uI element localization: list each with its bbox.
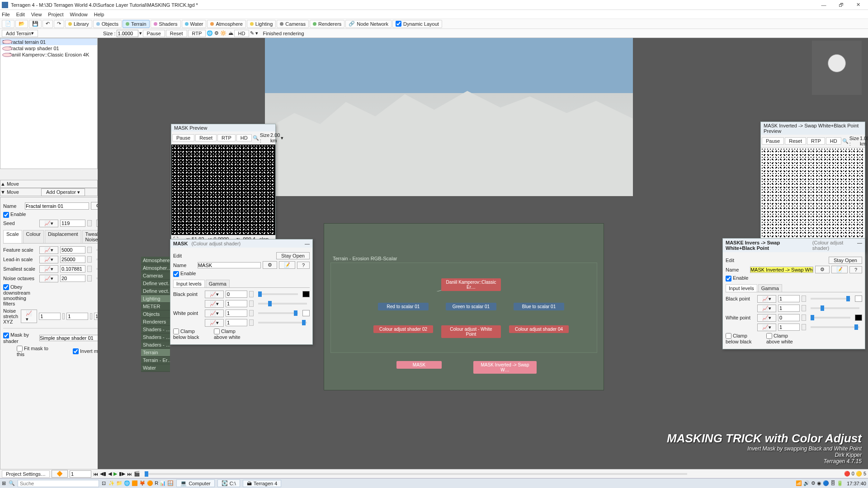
- rtp-button[interactable]: RTP: [188, 30, 206, 37]
- task-computer[interactable]: 💻Computer: [176, 479, 214, 487]
- goto-end-icon[interactable]: ⏭: [127, 471, 132, 477]
- tool-redo[interactable]: ↷: [54, 20, 64, 28]
- d1-enable[interactable]: [173, 271, 179, 277]
- tab-displacement[interactable]: Displacement: [45, 230, 81, 243]
- d2-enable[interactable]: [726, 276, 731, 282]
- menu-help[interactable]: Help: [94, 12, 104, 17]
- node-ca-white[interactable]: Colour adjust - White Point: [441, 325, 501, 338]
- shaders-button[interactable]: Shaders: [151, 20, 181, 28]
- play-icon[interactable]: ▶: [113, 471, 117, 477]
- task-cdrive[interactable]: 💽C:\: [217, 479, 240, 487]
- node-graph[interactable]: Terrain - Erosion RGB-Scalar Daniil Kamp…: [324, 223, 604, 390]
- goto-start-icon[interactable]: ⏮: [93, 471, 98, 477]
- render-anim-icon[interactable]: 🎬: [134, 471, 140, 477]
- mask-invert-dialog[interactable]: MASKE Invers -> Swap White+Black Point(C…: [722, 238, 865, 349]
- menu-file[interactable]: File: [2, 12, 10, 17]
- dynamic-layout-check[interactable]: Dynamic Layout: [392, 20, 442, 28]
- d1-tab-gamma[interactable]: Gamma: [206, 280, 230, 287]
- d1-name[interactable]: [198, 262, 261, 268]
- mask-dialog[interactable]: MASK(Colour adjust shader)— Edit Stay Op…: [170, 239, 313, 345]
- node-blue-scalar[interactable]: Blue to scalar 01: [514, 303, 564, 310]
- white-swatch[interactable]: [302, 310, 310, 316]
- obey-check[interactable]: [3, 284, 9, 290]
- p1-hd[interactable]: HD: [236, 134, 252, 141]
- move-up-button[interactable]: ▲ Move: [0, 180, 98, 188]
- main-render[interactable]: [265, 38, 633, 196]
- atmosphere-button[interactable]: Atmosphere: [207, 20, 245, 28]
- p1-reset[interactable]: Reset: [195, 134, 217, 141]
- d1-white1[interactable]: [226, 310, 247, 317]
- add-terrain-button[interactable]: Add Terrain ▾: [2, 30, 38, 37]
- tab-scale[interactable]: Scale: [3, 230, 22, 243]
- d1-clampb[interactable]: [173, 328, 179, 334]
- node-erosion[interactable]: Daniil Kamperov::Classic Er…: [441, 278, 501, 291]
- d1-tab-input[interactable]: Input levels: [173, 280, 205, 287]
- tool-save[interactable]: 💾: [29, 20, 42, 28]
- start-button[interactable]: ⊞: [2, 480, 6, 486]
- tree-item[interactable]: ⊟Fractal terrain 01: [0, 38, 97, 45]
- task-terragen[interactable]: 🏔Terragen 4: [243, 480, 282, 487]
- d2-tab-input[interactable]: Input levels: [726, 284, 757, 292]
- tree-item[interactable]: Fractal warp shader 01: [0, 45, 97, 52]
- d2-white1[interactable]: [778, 314, 800, 321]
- d2-name[interactable]: [750, 267, 813, 273]
- invertmask-check[interactable]: [73, 348, 79, 354]
- d2-clampb[interactable]: [726, 333, 731, 339]
- menu-view[interactable]: View: [31, 12, 42, 17]
- nav-compass[interactable]: [812, 41, 862, 95]
- menu-edit[interactable]: Edit: [16, 12, 25, 17]
- timeline-slider[interactable]: [145, 473, 687, 475]
- p2-reset[interactable]: Reset: [785, 137, 806, 145]
- water-button[interactable]: Water: [182, 20, 207, 28]
- seed-field[interactable]: [60, 220, 85, 227]
- search-icon[interactable]: 🔍: [9, 480, 15, 486]
- tool-undo[interactable]: ↶: [42, 20, 53, 28]
- d2-tab-gamma[interactable]: Gamma: [758, 284, 782, 292]
- pause-button[interactable]: Pause: [143, 30, 165, 37]
- p1-pause[interactable]: Pause: [172, 134, 194, 141]
- terrain-button[interactable]: Terrain: [123, 20, 150, 28]
- p2-hd[interactable]: HD: [826, 137, 841, 145]
- d2-stayopen[interactable]: Stay Open: [829, 257, 862, 264]
- stretch-x[interactable]: [39, 313, 61, 320]
- renderers-button[interactable]: Renderers: [310, 20, 344, 28]
- lighting-button[interactable]: Lighting: [247, 20, 276, 28]
- node-ca04[interactable]: Colour adjust shader 04: [509, 325, 569, 333]
- d1-edit[interactable]: Edit: [173, 253, 182, 258]
- node-mask-inverted[interactable]: MASK Inverted -> Swap W…: [473, 361, 537, 374]
- p1-rtp[interactable]: RTP: [217, 134, 236, 141]
- smallest-field[interactable]: [60, 265, 85, 272]
- p2-rtp[interactable]: RTP: [807, 137, 825, 145]
- enable-check[interactable]: [3, 212, 9, 218]
- tool-open[interactable]: 📂: [15, 20, 28, 28]
- d1-white2[interactable]: [226, 319, 247, 326]
- node-ca02[interactable]: Colour adjust shader 02: [373, 325, 433, 333]
- maximize-button[interactable]: 🗗: [833, 1, 849, 9]
- tool-new[interactable]: 📄: [2, 20, 14, 28]
- tab-colour[interactable]: Colour: [23, 230, 44, 243]
- d2-black1[interactable]: [778, 295, 800, 302]
- terrain-tree[interactable]: ⊟Fractal terrain 01 Fractal warp shader …: [0, 38, 98, 169]
- menu-project[interactable]: Project: [48, 12, 63, 17]
- node-mask[interactable]: MASK: [396, 361, 442, 369]
- system-tray[interactable]: 📶 🔊 ⚙ ◉ 🔵 🗄 🔋 17:37:40: [796, 480, 866, 486]
- node-green-scalar[interactable]: Green to scalar 01: [446, 303, 496, 310]
- d1-clampw[interactable]: [214, 328, 220, 334]
- tree-item[interactable]: Daniil Kamperov::Classic Erosion 4K: [0, 52, 97, 58]
- d2-black-swatch[interactable]: [855, 296, 862, 302]
- feature-scale-field[interactable]: [60, 246, 85, 253]
- d2-white2[interactable]: [778, 324, 800, 331]
- keyframe-icon[interactable]: 🔶: [52, 470, 68, 478]
- maskby-check[interactable]: [3, 333, 9, 338]
- project-settings[interactable]: Project Settings…: [2, 470, 50, 478]
- stretch-y[interactable]: [66, 313, 88, 320]
- size-input[interactable]: [117, 30, 138, 37]
- step-back-icon[interactable]: ◀▮: [100, 471, 106, 477]
- close-button[interactable]: ✕: [850, 1, 866, 9]
- fitmask-check[interactable]: [17, 346, 23, 352]
- category-list[interactable]: AtmosphereAtmospher…Cameras Define vect……: [141, 257, 170, 372]
- step-fwd-icon[interactable]: ▮▶: [119, 471, 125, 477]
- d1-black1[interactable]: [226, 291, 247, 298]
- node-network-button[interactable]: 🔗Node Network: [345, 20, 392, 28]
- name-field[interactable]: [25, 202, 89, 210]
